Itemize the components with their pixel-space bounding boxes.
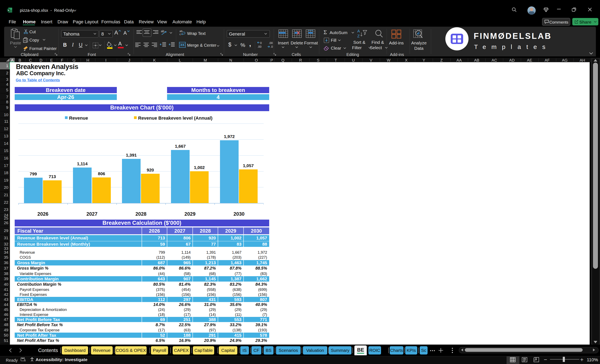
svg-text:.00: .00 <box>257 45 262 48</box>
svg-text:ab: ab <box>179 29 182 33</box>
svg-text:ab: ab <box>161 29 164 33</box>
svg-text:.0: .0 <box>271 45 273 48</box>
svg-text:x: x <box>8 9 9 11</box>
svg-text:A: A <box>357 29 360 33</box>
svg-text:.00: .00 <box>269 41 273 45</box>
svg-text:c: c <box>179 33 181 36</box>
svg-text:Z: Z <box>357 34 360 38</box>
svg-text:0: 0 <box>260 41 262 45</box>
